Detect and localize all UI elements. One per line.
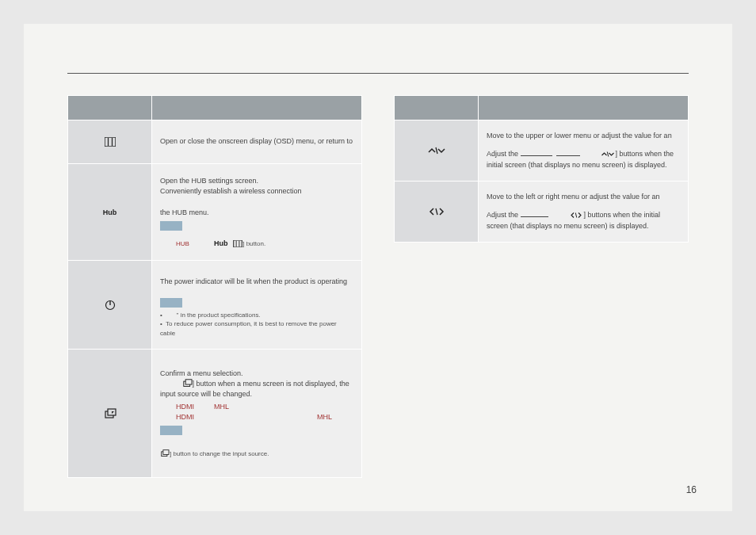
svg-rect-0	[105, 137, 116, 147]
menu-icon	[68, 120, 152, 164]
power-note: • " in the product specifications. • To …	[160, 311, 353, 338]
left-column: Open or close the onscreen display (OSD)…	[67, 95, 362, 478]
updown-icon	[395, 120, 479, 182]
hub-line2: Conveniently establish a wireless connec…	[160, 186, 353, 197]
source-line1: Confirm a menu selection.	[160, 369, 353, 379]
chevron-leftright-icon	[568, 211, 584, 219]
svg-line-17	[575, 213, 577, 218]
hub-footnote: HUB Hub ] button.	[160, 239, 353, 249]
hub-line3: the HUB menu.	[160, 208, 353, 218]
note-swatch-icon	[160, 298, 182, 308]
table-row: Move to the upper or lower menu or adjus…	[395, 120, 689, 182]
note-swatch-icon	[160, 221, 182, 231]
source-line2: ] button when a menu screen is not displ…	[160, 379, 353, 399]
svg-rect-3	[234, 240, 242, 247]
table-header-row	[68, 96, 362, 120]
updown-desc: Move to the upper or lower menu or adjus…	[479, 120, 689, 182]
svg-line-14	[436, 147, 437, 154]
menu-text: Open or close the onscreen display (OSD)…	[160, 137, 353, 145]
svg-line-16	[436, 208, 437, 215]
table-row: The power indicator will be lit when the…	[68, 261, 362, 350]
source-icon	[68, 350, 152, 478]
manual-page: Open or close the onscreen display (OSD)…	[24, 24, 732, 511]
source-note: ] button to change the input source.	[160, 449, 353, 458]
svg-rect-13	[163, 449, 169, 454]
power-icon	[68, 261, 152, 350]
th-desc-r	[479, 96, 689, 120]
menu-desc: Open or close the onscreen display (OSD)…	[152, 120, 362, 164]
right-column: Move to the upper or lower menu or adjus…	[394, 95, 689, 478]
leftright-line1: Move to the left or right menu or adjust…	[487, 192, 680, 202]
hub-icon-label: Hub	[103, 208, 117, 216]
svg-rect-11	[185, 380, 192, 384]
page-number: 16	[686, 484, 697, 495]
source-icon-inline	[182, 380, 193, 388]
menu-icon-inline	[233, 240, 242, 247]
source-desc: Confirm a menu selection. ] button when …	[152, 350, 362, 478]
th-desc	[152, 96, 362, 120]
note-swatch-icon	[160, 426, 182, 435]
chevron-updown-icon	[600, 150, 616, 158]
table-row: Confirm a menu selection. ] button when …	[68, 350, 362, 478]
button-table-right: Move to the upper or lower menu or adjus…	[394, 95, 689, 243]
hub-line1: Open the HUB settings screen.	[160, 176, 353, 186]
content-columns: Open or close the onscreen display (OSD)…	[67, 95, 689, 478]
button-table-left: Open or close the onscreen display (OSD)…	[67, 95, 362, 478]
hub-desc: Open the HUB settings screen. Convenient…	[152, 164, 362, 261]
table-row: Move to the left or right menu or adjust…	[395, 182, 689, 243]
updown-line1: Move to the upper or lower menu or adjus…	[487, 131, 680, 141]
hub-icon: Hub	[68, 164, 152, 261]
power-desc: The power indicator will be lit when the…	[152, 261, 362, 350]
source-hdmi-mhl: HDMI MHL HDMI MHL	[176, 402, 353, 422]
header-rule	[67, 73, 689, 74]
leftright-desc: Move to the left or right menu or adjust…	[479, 182, 689, 243]
power-line: The power indicator will be lit when the…	[160, 277, 353, 287]
table-row: Hub Open the HUB settings screen. Conven…	[68, 164, 362, 261]
svg-line-15	[607, 152, 609, 157]
table-header-row	[395, 96, 689, 120]
th-icons	[68, 96, 152, 120]
th-icons-r	[395, 96, 479, 120]
leftright-line2: Adjust the ] buttons when the initial sc…	[487, 210, 680, 231]
leftright-icon	[395, 182, 479, 243]
updown-line2: Adjust the ] buttons when the initial sc…	[487, 149, 680, 170]
table-row: Open or close the onscreen display (OSD)…	[68, 120, 362, 164]
